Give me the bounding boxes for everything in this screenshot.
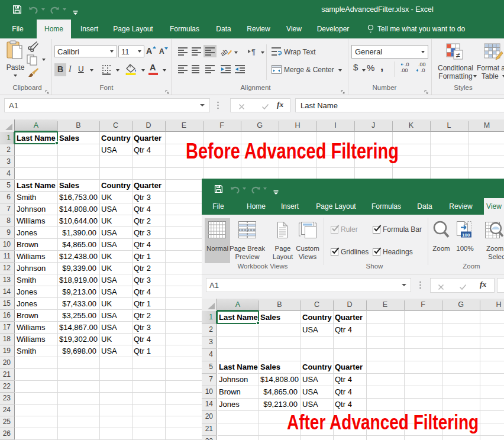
svg-text:≠: ≠ (456, 51, 460, 60)
svg-text:ab: ab (221, 47, 229, 57)
svg-text:.0: .0 (421, 67, 425, 73)
svg-text:.00: .00 (400, 67, 408, 73)
svg-text:.00: .00 (418, 62, 426, 67)
svg-text:.0: .0 (405, 62, 409, 67)
svg-text:¶: ¶ (251, 47, 256, 56)
svg-text:100: 100 (462, 232, 470, 238)
